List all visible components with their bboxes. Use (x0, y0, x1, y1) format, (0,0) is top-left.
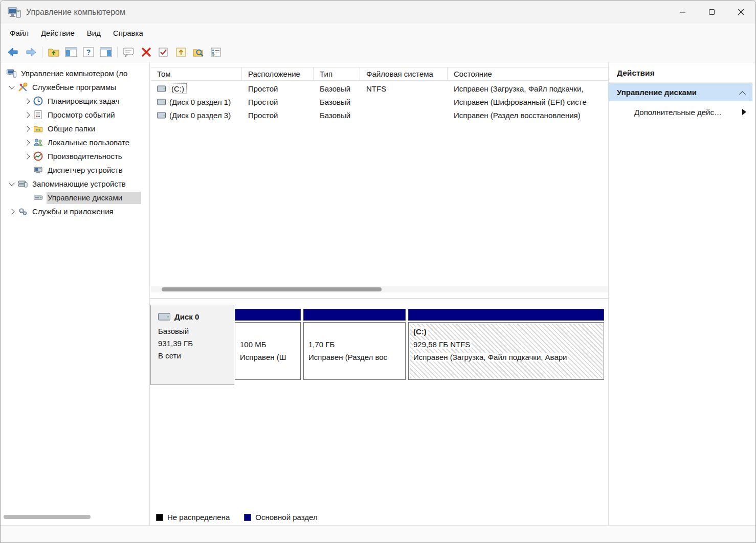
chevron-down-icon[interactable] (6, 183, 18, 185)
volume-type: Базовый (314, 108, 360, 122)
column-header-status[interactable]: Состояние (448, 67, 608, 80)
tree-item-storage[interactable]: Запоминающие устройств (1, 177, 149, 191)
search-icon[interactable] (190, 44, 207, 60)
minimize-button[interactable] (668, 1, 697, 24)
partition-strip: 100 МБ Исправен (Ш 1,70 ГБ Исправен (Раз… (235, 305, 604, 380)
computer-icon (7, 69, 16, 78)
graphical-disk-view: Диск 0 Базовый 931,39 ГБ В сети 100 МБ И… (150, 301, 608, 526)
disk-management-main-panel: Том Расположение Тип Файловая система Со… (150, 62, 608, 526)
properties-list-icon[interactable] (207, 44, 225, 60)
volume-icon (157, 85, 166, 92)
scrollbar-thumb[interactable] (162, 287, 382, 291)
partition-c[interactable]: (C:) 929,58 ГБ NTFS Исправен (Загрузка, … (408, 305, 604, 380)
legend-label: Основной раздел (255, 513, 317, 522)
actions-disk-management[interactable]: Управление дисками (609, 83, 752, 101)
chevron-right-icon[interactable] (21, 113, 33, 117)
partition-size: 929,58 ГБ NTFS (413, 340, 472, 349)
menu-action[interactable]: Действие (35, 26, 81, 40)
partition-label (308, 325, 401, 338)
menu-view[interactable]: Вид (81, 26, 107, 40)
services-icon (18, 207, 28, 216)
tree-item-system-tools[interactable]: Служебные программы (1, 80, 149, 94)
partition-efi[interactable]: 100 МБ Исправен (Ш (235, 305, 301, 380)
performance-icon (33, 151, 43, 161)
show-console-tree-icon[interactable] (62, 44, 80, 60)
tree-item-task-scheduler[interactable]: Планировщик задач (1, 94, 149, 108)
export-icon[interactable] (172, 44, 190, 60)
tree-item-local-users-groups[interactable]: Локальные пользовате (1, 135, 149, 149)
users-icon (33, 138, 43, 147)
tree-item-shared-folders[interactable]: Общие папки (1, 122, 149, 135)
volume-layout: Простой (242, 108, 314, 122)
chevron-right-icon[interactable] (21, 127, 33, 131)
volume-status: Исправен (Раздел восстановления) (448, 108, 608, 122)
column-header-filesystem[interactable]: Файловая система (360, 67, 448, 80)
disk0-header[interactable]: Диск 0 Базовый 931,39 ГБ В сети (150, 305, 234, 385)
volume-row-partition1[interactable]: (Диск 0 раздел 1) Простой Базовый Исправ… (151, 95, 608, 108)
volume-row-c[interactable]: (C:) Простой Базовый NTFS Исправен (Загр… (151, 82, 608, 95)
tree-item-event-viewer[interactable]: Просмотр событий (1, 108, 149, 122)
tree-item-performance[interactable]: Производительность (1, 149, 149, 163)
help-icon[interactable]: ? (80, 44, 97, 60)
computer-management-app-icon (8, 6, 21, 18)
column-header-type[interactable]: Тип (314, 67, 360, 80)
column-header-volume[interactable]: Том (151, 67, 242, 80)
tree-item-label: Службы и приложения (32, 207, 114, 216)
task-scheduler-icon (33, 96, 43, 106)
chevron-right-icon[interactable] (21, 154, 33, 159)
tree-horizontal-scrollbar[interactable] (4, 515, 142, 519)
volume-icon (157, 99, 166, 105)
tree-item-services-applications[interactable]: Службы и приложения (1, 205, 149, 218)
partition-color-bar (235, 309, 301, 321)
chevron-right-icon[interactable] (21, 141, 33, 145)
actions-section-label: Управление дисками (617, 88, 697, 97)
menu-help[interactable]: Справка (107, 26, 149, 40)
forward-icon[interactable] (22, 44, 39, 60)
tree-item-device-manager[interactable]: Диспетчер устройств (1, 163, 149, 177)
window-bottom-strip (1, 525, 755, 542)
actions-more-actions[interactable]: Дополнительные дейс… (609, 103, 752, 121)
volume-list-horizontal-scrollbar[interactable] (151, 286, 608, 292)
legend-swatch-unallocated (156, 514, 163, 521)
pane-divider (150, 298, 608, 299)
disk-type: Базовый (158, 325, 234, 337)
tree-item-disk-management[interactable]: Управление дисками (1, 191, 149, 205)
partition-status: Исправен (Раздел вос (308, 351, 401, 364)
tree-item-label: Производительность (48, 152, 122, 161)
menu-file[interactable]: Файл (4, 26, 35, 40)
maximize-button[interactable] (697, 1, 726, 24)
delete-volume-icon[interactable] (138, 44, 155, 60)
checklist-icon[interactable] (155, 44, 172, 60)
chevron-up-icon[interactable] (740, 90, 745, 95)
console-tree: Управление компьютером (ло Служебные про… (1, 62, 149, 218)
legend-label: Не распределена (167, 513, 230, 522)
disk-management-icon (33, 193, 43, 202)
chevron-right-icon[interactable] (21, 99, 33, 103)
device-manager-icon (33, 165, 43, 175)
volume-row-partition3[interactable]: (Диск 0 раздел 3) Простой Базовый Исправ… (151, 108, 608, 122)
partition-color-bar (408, 309, 604, 321)
show-action-pane-icon[interactable] (97, 44, 115, 60)
console-window-icon[interactable] (120, 44, 138, 60)
partition-recovery[interactable]: 1,70 ГБ Исправен (Раздел вос (303, 305, 406, 380)
tree-item-label: Запоминающие устройств (32, 179, 126, 188)
tree-item-label: Диспетчер устройств (48, 166, 123, 174)
back-icon[interactable] (5, 44, 22, 60)
more-actions-label: Дополнительные дейс… (634, 108, 722, 117)
chevron-down-icon[interactable] (6, 86, 18, 88)
scrollbar-thumb[interactable] (4, 515, 91, 519)
chevron-right-icon[interactable] (6, 210, 18, 214)
up-one-level-icon[interactable] (45, 44, 62, 60)
menu-bar: Файл Действие Вид Справка (1, 24, 755, 42)
tree-item-computer-management[interactable]: Управление компьютером (ло (1, 66, 149, 80)
volume-list-header: Том Расположение Тип Файловая система Со… (151, 67, 608, 81)
disk-name: Диск 0 (174, 312, 199, 321)
titlebar: Управление компьютером (1, 1, 755, 24)
toolbar-separator (42, 47, 42, 58)
tree-item-label: Просмотр событий (48, 110, 115, 119)
close-button[interactable] (726, 1, 755, 24)
partition-legend: Не распределена Основной раздел (156, 513, 318, 522)
column-header-layout[interactable]: Расположение (242, 67, 314, 80)
tree-item-label: Локальные пользовате (48, 138, 129, 147)
volume-type: Базовый (314, 82, 360, 95)
